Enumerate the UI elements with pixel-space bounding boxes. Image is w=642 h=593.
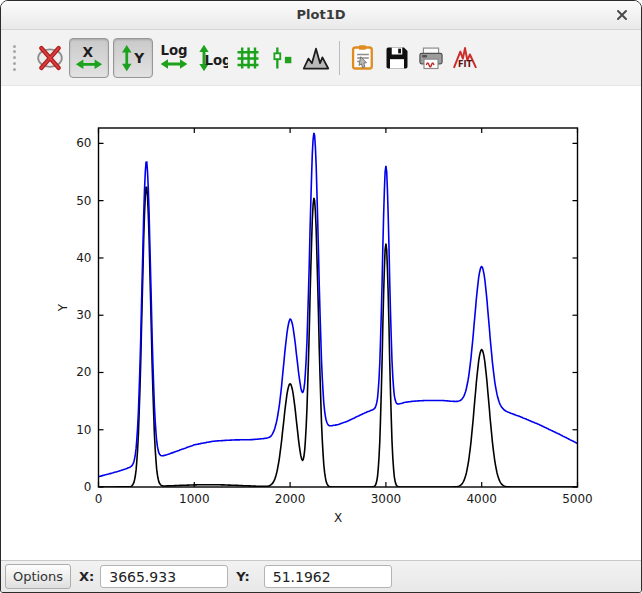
- crosshair-points-icon: [268, 44, 296, 72]
- print-button[interactable]: [416, 41, 446, 75]
- svg-text:2000: 2000: [275, 492, 306, 506]
- curve-signal: [99, 187, 578, 487]
- svg-text:20: 20: [76, 365, 91, 379]
- toolbar-separator: [339, 41, 340, 75]
- x-autoscale-button[interactable]: X: [69, 38, 109, 78]
- y-coordinate-label: Y:: [236, 569, 249, 584]
- toolbar-drag-handle[interactable]: [9, 41, 19, 75]
- status-bar: Options X: Y:: [1, 560, 641, 592]
- toolbar: X Y Log: [1, 30, 641, 86]
- peaks-search-button[interactable]: [301, 41, 331, 75]
- zoom-reset-icon: [35, 43, 65, 73]
- svg-text:50: 50: [76, 194, 91, 208]
- y-axis-label: Y: [56, 303, 70, 312]
- peaks-icon: [302, 44, 330, 72]
- y-coordinate-field[interactable]: [264, 565, 392, 588]
- save-button[interactable]: [382, 41, 412, 75]
- print-icon: [417, 44, 445, 72]
- clipboard-icon: [349, 44, 377, 72]
- svg-text:5000: 5000: [562, 492, 593, 506]
- plot-canvas[interactable]: 0100020003000400050000102030405060XY: [1, 86, 642, 562]
- y-autoscale-label: Y: [133, 50, 145, 66]
- svg-text:30: 30: [76, 308, 91, 322]
- svg-text:40: 40: [76, 251, 91, 265]
- save-icon: [383, 44, 411, 72]
- x-log-label: Log: [160, 43, 187, 58]
- x-log-button[interactable]: Log: [157, 41, 191, 75]
- grid-icon: [234, 44, 262, 72]
- copy-clipboard-button[interactable]: [348, 41, 378, 75]
- crosshair-points-button[interactable]: [267, 41, 297, 75]
- plot-figure: 0100020003000400050000102030405060XY: [1, 86, 642, 562]
- fit-button[interactable]: FIT: [450, 41, 480, 75]
- y-autoscale-button[interactable]: Y: [113, 38, 153, 78]
- title-bar[interactable]: Plot1D: [1, 1, 641, 30]
- close-icon[interactable]: [615, 8, 629, 22]
- zoom-reset-button[interactable]: [35, 41, 65, 75]
- svg-text:60: 60: [76, 136, 91, 150]
- svg-text:1000: 1000: [179, 492, 210, 506]
- x-coordinate-field[interactable]: [100, 565, 228, 588]
- svg-text:10: 10: [76, 423, 91, 437]
- curve-signal-plus-background: [99, 133, 578, 477]
- x-autoscale-label: X: [82, 43, 93, 59]
- svg-text:3000: 3000: [371, 492, 402, 506]
- options-button[interactable]: Options: [5, 564, 71, 589]
- plot1d-window: Plot1D X: [0, 0, 642, 593]
- y-log-label: Log: [204, 52, 228, 67]
- svg-text:0: 0: [95, 492, 103, 506]
- fit-label: FIT: [458, 59, 473, 69]
- y-log-button[interactable]: Log: [195, 41, 229, 75]
- svg-text:4000: 4000: [466, 492, 497, 506]
- x-axis-label: X: [334, 511, 342, 525]
- window-title: Plot1D: [1, 1, 641, 29]
- x-coordinate-label: X:: [79, 569, 94, 584]
- grid-button[interactable]: [233, 41, 263, 75]
- svg-text:0: 0: [84, 480, 92, 494]
